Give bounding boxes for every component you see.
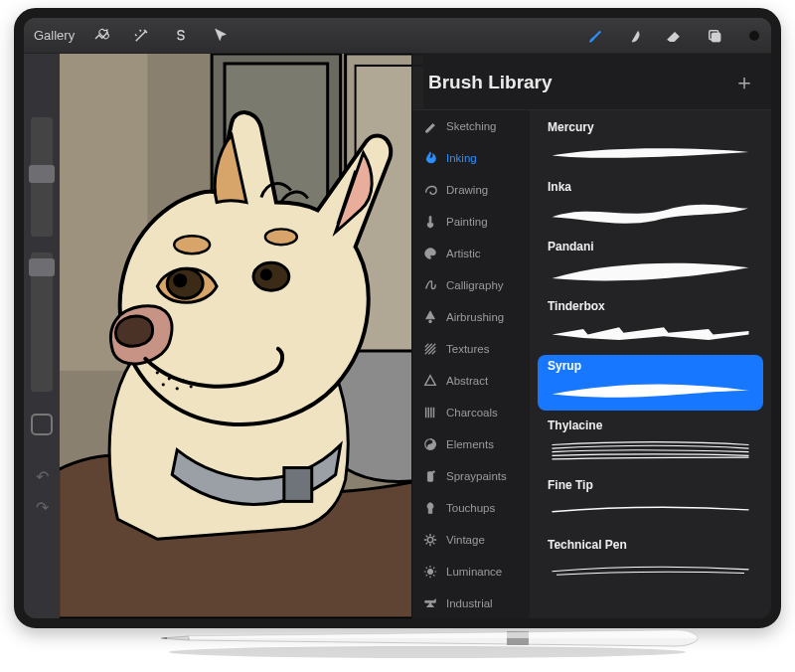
category-label: Abstract: [446, 375, 488, 387]
category-airbrushing[interactable]: Airbrushing: [412, 301, 530, 333]
svg-point-13: [173, 273, 187, 287]
brush-tinderbox[interactable]: Tinderbox: [538, 295, 763, 351]
pencil-icon: [422, 118, 438, 134]
s-tool-icon[interactable]: [168, 23, 194, 49]
brush-fine-tip[interactable]: Fine Tip: [538, 474, 763, 530]
svg-point-20: [176, 387, 179, 390]
wand-icon[interactable]: [128, 23, 154, 49]
brush-size-slider[interactable]: [31, 117, 53, 237]
wrench-icon[interactable]: [88, 23, 114, 49]
layers-icon[interactable]: [702, 23, 727, 49]
app-screen: Gallery: [24, 18, 771, 618]
sun-icon: [422, 564, 438, 580]
yinyang-icon: [422, 436, 438, 452]
category-label: Spraypaints: [446, 470, 507, 482]
brush-name: Pandani: [548, 240, 753, 253]
palette-icon: [422, 246, 438, 261]
svg-point-31: [427, 569, 432, 574]
svg-rect-9: [284, 468, 312, 502]
svg-point-22: [427, 252, 429, 253]
category-calligraphy[interactable]: Calligraphy: [412, 269, 530, 301]
category-abstract[interactable]: Abstract: [412, 365, 530, 397]
gear-icon: [422, 532, 438, 548]
brush-opacity-slider[interactable]: [31, 252, 53, 392]
svg-rect-29: [428, 512, 432, 514]
apple-pencil-illustration: [149, 616, 706, 660]
svg-point-19: [162, 383, 165, 386]
svg-point-18: [182, 379, 185, 382]
tablet-frame: Gallery: [14, 8, 781, 628]
category-touchups[interactable]: Touchups: [412, 492, 530, 524]
anvil-icon: [422, 595, 438, 611]
brushes-list: MercuryInkaPandaniTinderboxSyrupThylacin…: [530, 110, 771, 618]
top-toolbar: Gallery: [24, 18, 771, 54]
category-spraypaints[interactable]: Spraypaints: [412, 460, 530, 492]
brush-library-panel: Brush Library ＋ SketchingInkingDrawingPa…: [411, 54, 771, 618]
brush-tool-icon[interactable]: [582, 23, 608, 49]
category-drawing[interactable]: Drawing: [412, 174, 530, 206]
category-industrial[interactable]: Industrial: [412, 588, 530, 618]
redo-icon[interactable]: ↷: [36, 498, 49, 517]
modify-button[interactable]: [31, 414, 53, 435]
category-label: Luminance: [446, 566, 502, 578]
category-elements[interactable]: Elements: [412, 428, 530, 460]
undo-icon[interactable]: ↶: [36, 467, 49, 486]
brush-name: Mercury: [548, 120, 753, 134]
brush-syrup[interactable]: Syrup: [538, 355, 763, 411]
script-icon: [422, 277, 438, 293]
swirl-icon: [422, 182, 438, 198]
brush-name: Thylacine: [548, 419, 753, 432]
category-vintage[interactable]: Vintage: [412, 524, 530, 556]
brush-categories-list: SketchingInkingDrawingPaintingArtisticCa…: [412, 110, 530, 618]
brush-name: Inka: [548, 180, 753, 194]
brush-name: Tinderbox: [548, 299, 753, 313]
category-label: Industrial: [446, 597, 493, 609]
brush-name: Fine Tip: [548, 478, 753, 492]
eraser-tool-icon[interactable]: [662, 23, 688, 49]
svg-point-32: [169, 646, 686, 658]
svg-point-23: [429, 251, 431, 252]
svg-point-11: [265, 229, 297, 245]
brush-thylacine[interactable]: Thylacine: [538, 415, 763, 470]
spray-icon: [422, 309, 438, 325]
category-label: Textures: [446, 343, 489, 355]
category-sketching[interactable]: Sketching: [412, 110, 530, 142]
brush-name: Syrup: [548, 359, 753, 373]
category-textures[interactable]: Textures: [412, 333, 530, 365]
brush-mercury[interactable]: Mercury: [538, 116, 763, 172]
svg-point-30: [427, 537, 432, 542]
category-luminance[interactable]: Luminance: [412, 556, 530, 588]
canvas-area[interactable]: [60, 54, 423, 618]
bulb-icon: [422, 500, 438, 516]
category-label: Drawing: [446, 184, 488, 196]
color-swatch[interactable]: [747, 29, 761, 43]
brush-pandani[interactable]: Pandani: [538, 236, 763, 291]
category-label: Charcoals: [446, 407, 498, 419]
add-brush-icon[interactable]: ＋: [733, 68, 755, 97]
svg-rect-1: [712, 33, 720, 42]
brush-technical-pen[interactable]: Technical Pen: [538, 534, 763, 589]
svg-point-24: [432, 252, 434, 253]
cursor-icon[interactable]: [208, 23, 234, 49]
category-charcoals[interactable]: Charcoals: [412, 397, 530, 428]
svg-point-28: [433, 471, 435, 473]
category-inking[interactable]: Inking: [412, 142, 530, 174]
category-label: Painting: [446, 216, 488, 228]
category-artistic[interactable]: Artistic: [412, 238, 530, 269]
brush-name: Technical Pen: [548, 538, 753, 552]
category-label: Calligraphy: [446, 279, 504, 291]
flame-icon: [422, 150, 438, 166]
gallery-button[interactable]: Gallery: [34, 28, 75, 43]
brush-inka[interactable]: Inka: [538, 176, 763, 232]
category-label: Touchups: [446, 502, 495, 514]
side-sliders: ↶ ↷: [24, 117, 60, 525]
bars-icon: [422, 405, 438, 420]
category-label: Artistic: [446, 248, 481, 259]
category-painting[interactable]: Painting: [412, 206, 530, 238]
smudge-tool-icon[interactable]: [622, 23, 648, 49]
category-label: Sketching: [446, 120, 497, 132]
svg-rect-27: [427, 472, 432, 482]
hatch-icon: [422, 341, 438, 357]
svg-point-25: [429, 320, 432, 323]
svg-point-15: [260, 268, 272, 280]
